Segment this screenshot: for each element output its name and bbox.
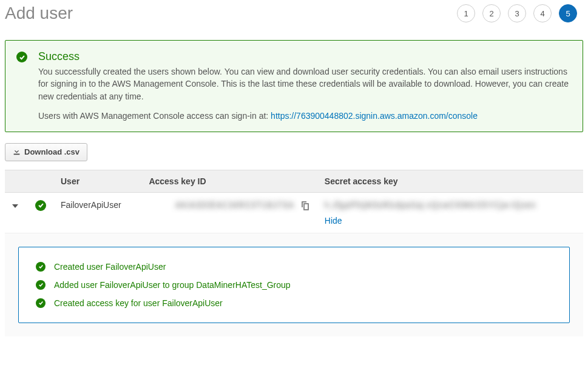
- check-icon: [36, 298, 46, 308]
- col-header-access-key: Access key ID: [141, 170, 317, 192]
- wizard-steps: 1 2 3 4 5: [457, 4, 583, 22]
- row-expand-toggle[interactable]: [12, 204, 18, 208]
- row-access-key-id: AKIA3DIEAC34RC0T1BJ7SA: [175, 200, 294, 210]
- row-status-success-icon: [35, 200, 46, 211]
- download-icon: [13, 147, 21, 157]
- event-text: Created user FailoverApiUser: [54, 262, 166, 272]
- col-header-user: User: [53, 170, 141, 192]
- hide-secret-link[interactable]: Hide: [325, 216, 342, 226]
- wizard-step-1[interactable]: 1: [457, 4, 475, 22]
- success-body-text: You successfully created the users shown…: [38, 65, 572, 102]
- wizard-step-4[interactable]: 4: [533, 4, 552, 22]
- copy-access-key-icon[interactable]: [300, 201, 310, 210]
- check-icon: [36, 280, 46, 290]
- col-header-secret-key: Secret access key: [317, 170, 583, 192]
- event-text: Added user FailoverApiUser to group Data…: [54, 280, 291, 290]
- event-line: Added user FailoverApiUser to group Data…: [36, 280, 552, 290]
- events-box: Created user FailoverApiUser Added user …: [18, 247, 570, 323]
- wizard-step-2[interactable]: 2: [482, 4, 501, 22]
- signin-line: Users with AWS Management Console access…: [38, 111, 572, 121]
- success-icon: [16, 52, 27, 62]
- table-row-detail: Created user FailoverApiUser Added user …: [5, 233, 583, 336]
- wizard-step-5[interactable]: 5: [559, 4, 577, 22]
- page-title: Add user: [5, 4, 73, 23]
- wizard-step-3[interactable]: 3: [508, 4, 526, 22]
- success-alert: Success You successfully created the use…: [5, 40, 583, 132]
- row-secret-access-key: h.JfgaPfnjM3sRlcdpaSaj xQcwChlMtrO5YCjw-…: [325, 200, 576, 210]
- signin-url-link[interactable]: https://763900448802.signin.aws.amazon.c…: [271, 111, 478, 121]
- event-line: Created user FailoverApiUser: [36, 262, 552, 272]
- col-header-status: [28, 170, 53, 192]
- users-table: User Access key ID Secret access key Fai…: [5, 170, 583, 336]
- row-user-name: FailoverApiUser: [53, 192, 141, 233]
- event-line: Created access key for user FailoverApiU…: [36, 298, 552, 308]
- table-row: FailoverApiUser AKIA3DIEAC34RC0T1BJ7SA h…: [5, 192, 583, 233]
- event-text: Created access key for user FailoverApiU…: [54, 298, 223, 308]
- check-icon: [36, 262, 46, 272]
- signin-prefix: Users with AWS Management Console access…: [38, 111, 271, 121]
- download-csv-button[interactable]: Download .csv: [5, 143, 87, 161]
- col-header-toggle: [5, 170, 28, 192]
- success-heading: Success: [38, 50, 572, 63]
- download-csv-label: Download .csv: [24, 147, 79, 156]
